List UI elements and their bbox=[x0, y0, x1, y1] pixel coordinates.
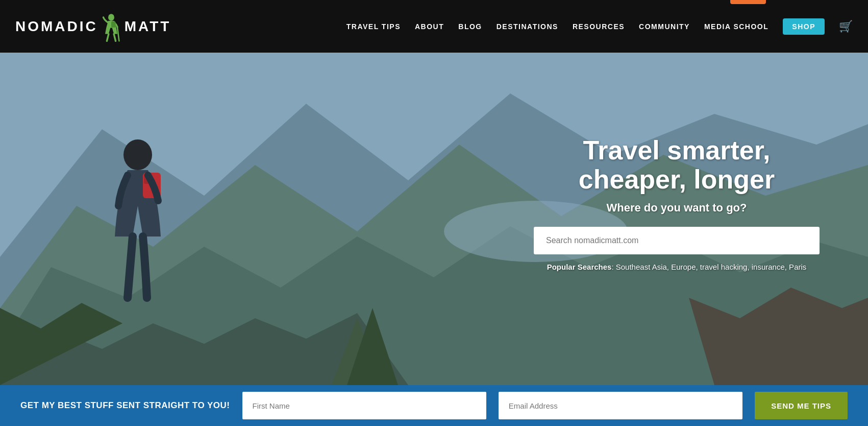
shop-button[interactable]: SHOP bbox=[783, 18, 825, 35]
bottom-bar: GET MY BEST STUFF SENT STRAIGHT TO YOU! … bbox=[0, 385, 868, 426]
hero-title: Travel smarter, cheaper, longer bbox=[526, 136, 827, 194]
send-tips-button[interactable]: SEND ME TIPS bbox=[755, 392, 848, 419]
hero-subtitle: Where do you want to go? bbox=[526, 201, 827, 215]
nav-travel-tips[interactable]: TRAVEL TIPS bbox=[346, 22, 401, 31]
svg-line-2 bbox=[117, 27, 119, 40]
svg-rect-1 bbox=[111, 21, 116, 27]
email-input[interactable] bbox=[499, 392, 742, 419]
orange-accent-bar bbox=[730, 0, 766, 4]
nav-community[interactable]: COMMUNITY bbox=[639, 22, 690, 31]
nav-about[interactable]: ABOUT bbox=[415, 22, 444, 31]
svg-point-0 bbox=[108, 14, 114, 21]
header: NoMADIC MATT TRAVEL TIPS ABOUT BLOG DEST… bbox=[0, 0, 868, 53]
popular-items: : Southeast Asia, Europe, travel hacking… bbox=[611, 263, 806, 271]
main-nav: TRAVEL TIPS ABOUT BLOG DESTINATIONS RESO… bbox=[346, 18, 853, 35]
logo-matt: MATT bbox=[125, 18, 171, 35]
nav-destinations[interactable]: DESTINATIONS bbox=[497, 22, 558, 31]
cart-icon[interactable]: 🛒 bbox=[839, 20, 853, 33]
nav-media-school[interactable]: MEDIA SCHOOL bbox=[704, 22, 768, 31]
popular-searches: Popular Searches: Southeast Asia, Europe… bbox=[526, 263, 827, 271]
search-input[interactable] bbox=[534, 227, 820, 254]
hiker-logo-icon bbox=[100, 11, 122, 42]
cta-text: GET MY BEST STUFF SENT STRAIGHT TO YOU! bbox=[20, 400, 230, 411]
hero-content: Travel smarter, cheaper, longer Where do… bbox=[526, 136, 827, 271]
nav-blog[interactable]: BLOG bbox=[458, 22, 482, 31]
nav-resources[interactable]: RESOURCES bbox=[573, 22, 625, 31]
logo-area[interactable]: NoMADIC MATT bbox=[15, 11, 171, 42]
hero-section: Travel smarter, cheaper, longer Where do… bbox=[0, 53, 868, 385]
logo-nomadic: NoMADIC bbox=[15, 18, 98, 35]
first-name-input[interactable] bbox=[242, 392, 486, 419]
popular-label: Popular Searches bbox=[547, 263, 612, 271]
